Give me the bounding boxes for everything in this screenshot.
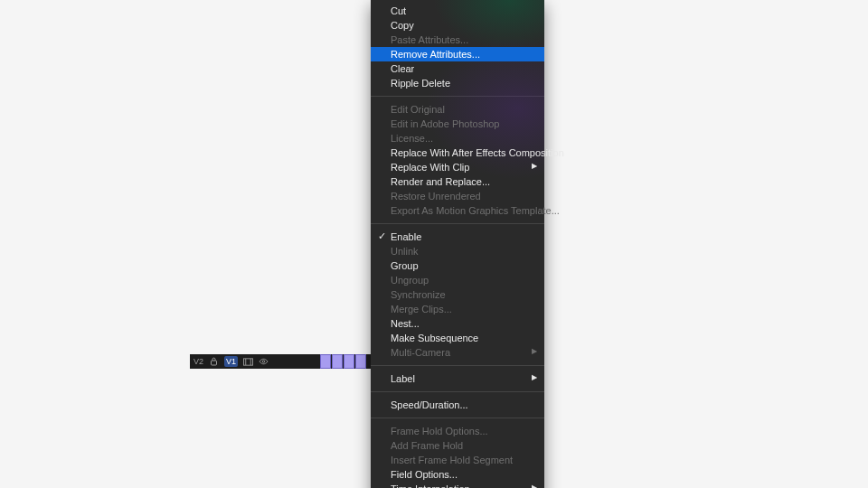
chevron-right-icon: ▶ (532, 374, 537, 381)
menu-item-replace-ae[interactable]: Replace With After Effects Composition (371, 145, 544, 160)
track-v2-label: V2 (193, 357, 203, 366)
menu-item-label: Synchronize (391, 289, 446, 300)
menu-item-label: Field Options... (391, 469, 458, 480)
menu-item-enable[interactable]: ✓Enable (371, 230, 544, 244)
menu-group: Label▶ (371, 368, 544, 389)
menu-item-unlink: Unlink (371, 244, 544, 258)
menu-item-field-options[interactable]: Field Options... (371, 467, 544, 482)
menu-item-label: Make Subsequence (391, 333, 478, 343)
menu-item-copy[interactable]: Copy (371, 18, 544, 33)
menu-item-label: Ripple Delete (391, 78, 450, 89)
menu-item-label: License... (391, 133, 433, 144)
menu-group: Speed/Duration... (371, 394, 544, 416)
menu-item-label: Merge Clips... (391, 304, 452, 314)
menu-item-frame-hold-options: Frame Hold Options... (371, 424, 544, 438)
clip[interactable] (320, 354, 331, 369)
svg-rect-0 (212, 361, 217, 365)
track-v1-toggle[interactable]: V1 (224, 356, 238, 367)
menu-item-label: Remove Attributes... (391, 49, 480, 60)
menu-item-label: Multi-Camera (391, 347, 450, 358)
clip[interactable] (332, 354, 343, 369)
clip[interactable] (355, 354, 366, 369)
check-icon: ✓ (378, 231, 386, 241)
menu-group: ✓EnableUnlinkGroupUngroupSynchronizeMerg… (371, 226, 544, 363)
menu-item-replace-clip[interactable]: Replace With Clip▶ (371, 160, 544, 174)
menu-separator (371, 96, 544, 97)
clip-context-menu[interactable]: CutCopyPaste Attributes...Remove Attribu… (371, 0, 544, 488)
menu-item-label: Cut (391, 5, 406, 16)
menu-separator (371, 391, 544, 392)
menu-item-label: Ungroup (391, 275, 429, 286)
menu-item-label: Copy (391, 20, 414, 31)
menu-item-synchronize: Synchronize (371, 287, 544, 302)
svg-rect-1 (243, 358, 252, 364)
menu-group: Edit OriginalEdit in Adobe PhotoshopLice… (371, 99, 544, 221)
menu-item-label: Edit Original (391, 104, 445, 115)
svg-point-2 (262, 361, 265, 363)
menu-item-label: Clear (391, 63, 414, 74)
menu-item-label: Edit in Adobe Photoshop (391, 118, 499, 129)
menu-item-label: Insert Frame Hold Segment (391, 455, 513, 465)
chevron-right-icon: ▶ (532, 348, 537, 355)
menu-item-edit-in-ps: Edit in Adobe Photoshop (371, 117, 544, 131)
menu-group: Frame Hold Options...Add Frame HoldInser… (371, 420, 544, 488)
menu-item-label: Export As Motion Graphics Template... (391, 205, 560, 216)
menu-item-group[interactable]: Group (371, 258, 544, 273)
menu-item-label: Unlink (391, 246, 419, 257)
menu-item-label: Nest... (391, 318, 420, 329)
menu-item-label: Time Interpolation (391, 483, 470, 489)
menu-item-make-subsequence[interactable]: Make Subsequence (371, 331, 544, 345)
menu-item-edit-original: Edit Original (371, 102, 544, 117)
menu-item-remove-attributes[interactable]: Remove Attributes... (371, 47, 544, 61)
menu-item-label[interactable]: Label▶ (371, 371, 544, 386)
menu-item-paste-attributes: Paste Attributes... (371, 33, 544, 47)
menu-item-restore-unrendered: Restore Unrendered (371, 189, 544, 203)
menu-item-label: Enable (391, 231, 421, 242)
menu-separator (371, 223, 544, 224)
lock-icon[interactable] (209, 357, 219, 367)
menu-item-license: License... (371, 131, 544, 145)
menu-item-time-interpolation[interactable]: Time Interpolation▶ (371, 482, 544, 488)
menu-item-speed-duration[interactable]: Speed/Duration... (371, 398, 544, 412)
menu-item-label: Speed/Duration... (391, 399, 468, 410)
menu-group: CutCopyPaste Attributes...Remove Attribu… (371, 0, 544, 94)
menu-item-ripple-delete[interactable]: Ripple Delete (371, 76, 544, 90)
menu-item-clear[interactable]: Clear (371, 61, 544, 76)
menu-item-label: Replace With Clip (391, 162, 469, 173)
chevron-right-icon: ▶ (532, 163, 537, 170)
menu-item-export-mogrt: Export As Motion Graphics Template... (371, 203, 544, 218)
menu-item-merge-clips: Merge Clips... (371, 302, 544, 316)
menu-item-insert-frame-hold-segment: Insert Frame Hold Segment (371, 453, 544, 467)
clip[interactable] (344, 354, 354, 369)
menu-item-add-frame-hold: Add Frame Hold (371, 438, 544, 453)
menu-item-label: Paste Attributes... (391, 34, 468, 45)
menu-item-label: Group (391, 260, 419, 271)
timeline-clips[interactable] (320, 354, 366, 369)
menu-item-label: Render and Replace... (391, 176, 490, 187)
menu-separator (371, 365, 544, 366)
eye-icon[interactable] (259, 357, 269, 367)
menu-item-label: Restore Unrendered (391, 191, 481, 202)
menu-item-multi-camera: Multi-Camera▶ (371, 345, 544, 360)
menu-item-ungroup: Ungroup (371, 273, 544, 287)
film-icon[interactable] (243, 357, 253, 367)
menu-item-nest[interactable]: Nest... (371, 316, 544, 331)
menu-item-label: Replace With After Effects Composition (391, 147, 564, 158)
menu-item-render-replace[interactable]: Render and Replace... (371, 174, 544, 189)
menu-item-label: Label (391, 373, 415, 384)
menu-item-label: Add Frame Hold (391, 440, 463, 451)
menu-item-cut[interactable]: Cut (371, 4, 544, 18)
chevron-right-icon: ▶ (532, 484, 537, 488)
menu-item-label: Frame Hold Options... (391, 426, 488, 436)
menu-separator (371, 418, 544, 418)
